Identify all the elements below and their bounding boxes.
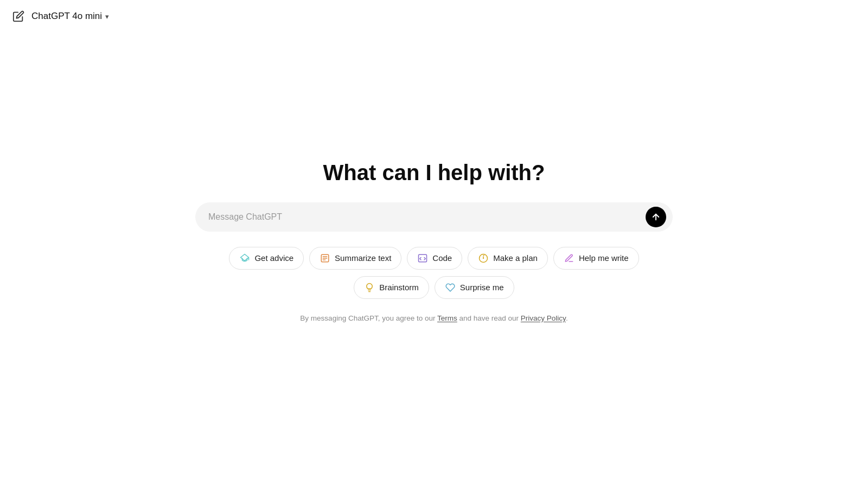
chip-brainstorm[interactable]: Brainstorm: [354, 276, 429, 299]
svg-point-8: [483, 257, 484, 258]
chip-summarize-text-label: Summarize text: [335, 253, 391, 263]
chip-summarize-text[interactable]: Summarize text: [309, 247, 401, 270]
chips-row-2: Brainstorm Surprise me: [354, 276, 514, 299]
terms-link[interactable]: Terms: [437, 314, 457, 322]
write-icon: [564, 253, 575, 264]
chip-code-label: Code: [432, 253, 452, 263]
chip-help-me-write-label: Help me write: [579, 253, 629, 263]
brainstorm-icon: [364, 282, 375, 293]
chip-make-a-plan[interactable]: Make a plan: [468, 247, 548, 270]
chips-row-1: Get advice Summarize text: [229, 247, 639, 270]
chip-surprise-me[interactable]: Surprise me: [435, 276, 514, 299]
chip-brainstorm-label: Brainstorm: [379, 283, 419, 292]
chip-get-advice-label: Get advice: [254, 253, 293, 263]
chip-make-a-plan-label: Make a plan: [493, 253, 538, 263]
chip-help-me-write[interactable]: Help me write: [553, 247, 639, 270]
message-input-wrapper: [195, 202, 673, 232]
page-heading: What can I help with?: [323, 161, 545, 185]
message-input[interactable]: [195, 202, 673, 232]
footer-text: By messaging ChatGPT, you agree to our T…: [300, 314, 567, 322]
privacy-policy-link[interactable]: Privacy Policy: [521, 314, 566, 322]
advice-icon: [239, 253, 250, 264]
summarize-icon: [320, 253, 330, 264]
chips-container: Get advice Summarize text: [229, 247, 639, 299]
chip-surprise-me-label: Surprise me: [460, 283, 504, 292]
code-icon: [417, 253, 428, 264]
main-content: What can I help with? Get advice: [0, 0, 868, 504]
chip-get-advice[interactable]: Get advice: [229, 247, 304, 270]
chip-code[interactable]: Code: [407, 247, 462, 270]
send-button[interactable]: [646, 207, 666, 227]
plan-icon: [478, 253, 489, 264]
surprise-icon: [445, 282, 456, 293]
